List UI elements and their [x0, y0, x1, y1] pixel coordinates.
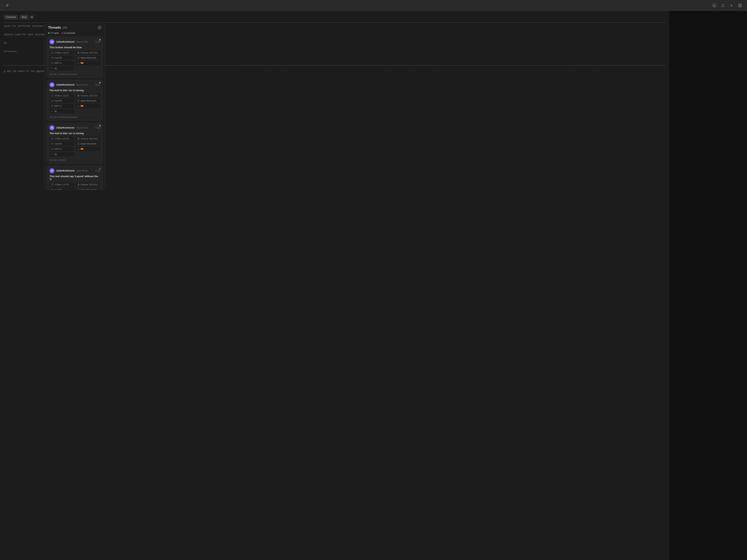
- screen-icon-2: [51, 95, 53, 97]
- thread-2-lang: 🇪🇸: [76, 104, 100, 108]
- monitor-icon: [77, 57, 80, 59]
- resolved-dot: [62, 32, 63, 34]
- translate-icon-2: [77, 105, 80, 107]
- thread-3-title: The href in this <a> is wrong: [49, 132, 100, 135]
- thread-3-device: Apple Macintosh: [76, 142, 100, 145]
- thread-1-browser-val: Chrome 125.0.0.0: [80, 52, 98, 54]
- thread-2-title: The href in this <a> is wrong: [49, 89, 100, 92]
- thread-4-indicator: [99, 168, 101, 169]
- thread-3-tz: GMT+3: [49, 147, 74, 151]
- tab-checkout[interactable]: Checkout: [4, 15, 18, 20]
- thread-3-indicator: [99, 125, 101, 126]
- thread-4-details: 1728w x 1117h Chrome 125.0.0.0 OS macOS …: [49, 183, 100, 190]
- thread-item-2[interactable]: JK JulianKominovic hace 33 min 0 The hre…: [47, 80, 103, 121]
- thread-1-count: 0: [96, 41, 97, 43]
- thread-2-tz-val: GMT+3: [54, 105, 61, 107]
- clock-icon-2: [51, 105, 53, 107]
- reload-icon[interactable]: ↺: [5, 3, 9, 8]
- share-icon[interactable]: [721, 3, 725, 8]
- screen-icon-4: [51, 183, 53, 186]
- wifi-icon-2: [51, 110, 53, 112]
- os-label: OS: [51, 57, 54, 59]
- thread-3-url: 192.168.1.48:3001/: [49, 158, 100, 161]
- screen-icon: [51, 52, 53, 54]
- browser-chrome: ↺: [0, 0, 747, 11]
- resolved-label: 8 resolved: [64, 32, 75, 34]
- thread-2-meta: 0: [96, 84, 100, 86]
- thread-item-4[interactable]: JK JulianKominovic hace 49 min 0 This te…: [47, 166, 103, 190]
- open-label: 17 open: [50, 32, 59, 34]
- svg-rect-19: [77, 189, 79, 190]
- thread-1-screen-val: 1728w x 1117h: [54, 52, 69, 54]
- thread-2-avatar: JK: [49, 82, 54, 87]
- thread-4-screen: 1728w x 1117h: [49, 183, 74, 186]
- thread-2-details: 1728w x 1117h Chrome 125.0.0.0 OS macOS …: [49, 94, 100, 113]
- browser-nav-right: [712, 3, 742, 8]
- thread-1-net: 4g: [49, 66, 74, 70]
- globe-icon-4: [77, 183, 80, 186]
- thread-4-time: hace 49 min: [76, 169, 88, 172]
- comment-icon-3: [98, 127, 100, 129]
- monitor-icon-4: [77, 188, 80, 190]
- thread-1-browser: Chrome 125.0.0.0: [76, 51, 100, 55]
- thread-item-1[interactable]: JK JulianKominovic hace 21 min 0 This bu…: [47, 37, 103, 78]
- threads-title-text: Threads: [48, 26, 61, 30]
- thread-4-browser-val: Chrome 125.0.0.0: [80, 183, 98, 186]
- thread-2-screen-val: 1728w x 1117h: [54, 95, 69, 97]
- comment-icon-4: [98, 169, 100, 172]
- thread-3-username: JulianKominovic: [56, 126, 75, 129]
- thread-2-browser-val: Chrome 125.0.0.0: [80, 95, 98, 97]
- open-status: 17 open: [48, 32, 59, 34]
- thread-2-user: JK JulianKominovic hace 33 min: [49, 82, 88, 87]
- thread-3-lang: 🇪🇸: [76, 147, 100, 151]
- thread-2-time: hace 33 min: [76, 84, 88, 86]
- thread-3-count: 0: [96, 127, 97, 129]
- thread-3-lang-val: 🇪🇸: [80, 148, 83, 150]
- svg-rect-1: [739, 4, 740, 5]
- thread-4-device: Apple Macintosh: [76, 188, 100, 190]
- threads-close-button[interactable]: ×: [98, 25, 102, 30]
- thread-4-title: This text should say 'Layout' without th…: [49, 175, 100, 181]
- thread-4-browser: Chrome 125.0.0.0: [76, 183, 100, 186]
- wifi-icon: [51, 67, 53, 70]
- tab-bar: Checkout Blog 0: [4, 15, 665, 20]
- tab-blog[interactable]: Blog: [20, 15, 29, 20]
- comment-icon: [98, 41, 100, 43]
- clock-icon-3: [51, 148, 53, 150]
- thread-2-browser: Chrome 125.0.0.0: [76, 94, 100, 98]
- thread-2-count: 0: [96, 84, 97, 86]
- svg-rect-3: [739, 6, 740, 7]
- thread-4-os-val: macOS: [55, 188, 62, 190]
- thread-item-3[interactable]: JK JulianKominovic hace 34 min 0 The hre…: [47, 123, 103, 164]
- svg-rect-9: [51, 95, 53, 96]
- thread-2-header: JK JulianKominovic hace 33 min 0: [49, 82, 100, 87]
- download-icon[interactable]: [712, 3, 717, 8]
- thread-3-details: 1728w x 1117h Chrome 125.0.0.0 OS macOS …: [49, 137, 100, 156]
- threads-title: Threads (25): [48, 26, 67, 30]
- thread-1-time: hace 21 min: [76, 41, 88, 43]
- thread-3-net-val: 4g: [54, 153, 57, 155]
- thread-1-indicator: [99, 39, 101, 41]
- new-tab-icon[interactable]: [729, 3, 734, 8]
- thread-2-url: 192.168.1.48:3001/route-groups: [49, 115, 100, 118]
- thread-3-net: 4g: [49, 152, 74, 156]
- thread-1-lang-val: 🇪🇸: [80, 62, 83, 64]
- thread-4-username: JulianKominovic: [56, 169, 75, 172]
- svg-rect-4: [740, 6, 742, 7]
- tab-badge: 0: [30, 16, 34, 19]
- thread-1-device-val: Apple Macintosh: [80, 57, 96, 59]
- thread-3-meta: 0: [96, 127, 100, 129]
- browser-nav-left: ↺: [5, 3, 9, 8]
- thread-1-user: JK JulianKominovic hace 21 min: [49, 39, 88, 44]
- globe-icon-3: [77, 137, 80, 140]
- monitor-icon-2: [77, 100, 80, 102]
- thread-1-net-val: 4g: [54, 67, 57, 70]
- thread-3-device-val: Apple Macintosh: [80, 142, 96, 145]
- thread-1-tz: GMT+3: [49, 61, 74, 65]
- tab-overview-icon[interactable]: [738, 3, 742, 8]
- thread-3-os-val: macOS: [55, 142, 62, 145]
- main-area: Checkout Blog 0 youts for different sect…: [0, 11, 747, 560]
- thread-3-time: hace 34 min: [76, 127, 88, 129]
- os-label-3: OS: [51, 143, 54, 145]
- translate-icon-3: [77, 148, 80, 150]
